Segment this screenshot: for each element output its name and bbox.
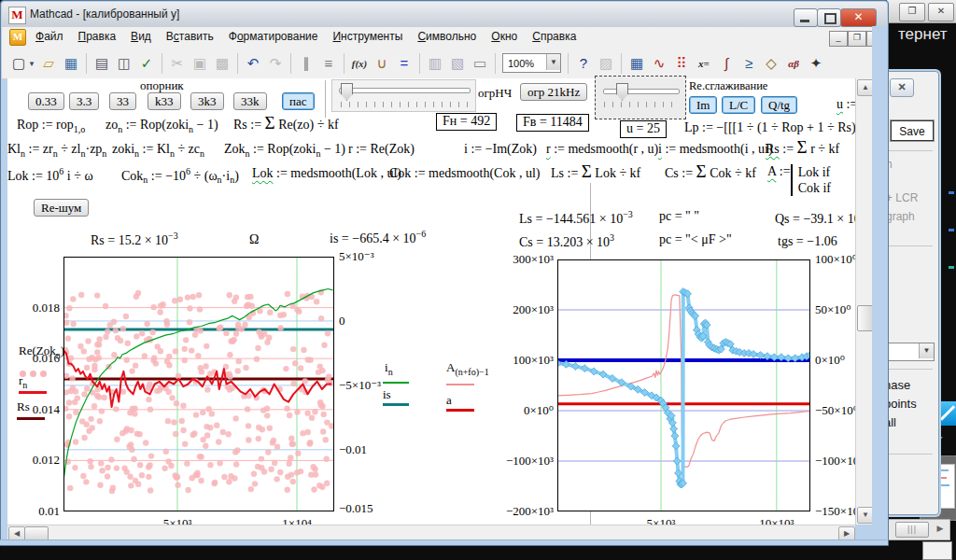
resize-arrows-icon[interactable]	[936, 401, 956, 426]
print-icon[interactable]: ▤	[91, 53, 112, 74]
menu-item-вид[interactable]: Вид	[123, 27, 159, 46]
child-minimize-button[interactable]: _	[829, 31, 848, 47]
toolbar: ▢▾▱▦▤◫✓✂▣▩↶↷∥≡f(x)∪=▥▧▭100%▼?▨▦∿⠿x=∫≥◇αβ…	[2, 48, 873, 79]
menu-item-форматирование[interactable]: Форматирование	[221, 27, 326, 46]
dialog-close-icon[interactable]: ✕	[890, 78, 914, 97]
minimize-button[interactable]	[794, 8, 818, 27]
greek-palette-icon[interactable]: αβ	[783, 53, 804, 74]
background-status-box	[922, 541, 952, 560]
toolbar-separator	[290, 53, 291, 74]
menu-item-символьно[interactable]: Символьно	[410, 27, 484, 46]
window-bottom-border	[0, 539, 887, 545]
dialog-muted-item: graph	[886, 210, 915, 223]
menu-item-инструменты[interactable]: Инструменты	[325, 27, 410, 46]
background-restore-icon[interactable]: ❐	[899, 3, 925, 21]
evaluation-palette-icon[interactable]: x=	[694, 53, 714, 74]
toolbar-separator	[419, 53, 420, 74]
align-across-icon[interactable]: ∥	[296, 53, 316, 74]
boolean-palette-icon[interactable]: ≥	[738, 53, 759, 74]
insert-unit-icon[interactable]: ∪	[372, 53, 392, 74]
zoom-dropdown-icon[interactable]: ▼	[546, 54, 560, 70]
toolbar-separator	[344, 53, 344, 74]
maximize-button[interactable]	[817, 8, 841, 27]
document-icon[interactable]: M	[9, 29, 26, 46]
toolbar-separator	[237, 53, 238, 74]
open-folder-icon[interactable]: ▱	[38, 53, 59, 74]
dialog-muted-item: + LCR	[886, 191, 918, 204]
programming-palette-icon[interactable]: ◇	[761, 53, 781, 74]
edge-marker	[949, 266, 954, 269]
align-down-icon[interactable]: ≡	[318, 53, 339, 74]
new-dropdown-icon[interactable]: ▾	[27, 53, 36, 74]
copy-icon[interactable]: ▣	[190, 53, 210, 74]
menu-item-правка[interactable]: Правка	[71, 27, 124, 46]
graph-palette-icon[interactable]: ∿	[649, 53, 669, 74]
help-icon[interactable]: ?	[573, 53, 594, 74]
background-horizontal-scrollbar[interactable]: ||| ▶	[881, 519, 950, 540]
background-close-icon[interactable]: ✕	[928, 3, 954, 21]
menubar: M ФайлПравкаВидВставитьФорматированиеИнс…	[2, 27, 873, 49]
paste-icon[interactable]: ▩	[212, 53, 232, 74]
redo-icon[interactable]: ↷	[265, 53, 286, 74]
paste-special-icon[interactable]: ▨	[596, 53, 616, 74]
toolbar-separator	[86, 53, 87, 74]
toolbar-separator	[162, 53, 162, 74]
calculator-palette-icon[interactable]: ▦	[626, 53, 647, 74]
component-icon[interactable]: ▥	[425, 53, 445, 74]
edge-marker	[949, 229, 954, 231]
dialog-item-points[interactable]: points	[884, 397, 917, 411]
insert-function-icon[interactable]: f(x)	[349, 53, 370, 74]
print-preview-icon[interactable]: ◫	[114, 53, 134, 74]
menu-item-окно[interactable]: Окно	[484, 27, 525, 46]
undo-icon[interactable]: ↶	[243, 53, 263, 74]
matrix-palette-icon[interactable]: ⠿	[671, 53, 692, 74]
toolbar-separator	[495, 53, 496, 74]
symbolic-palette-icon[interactable]: ✦	[806, 53, 826, 74]
screen: ❐ ✕ тернет 1 ||| ▶ ✕ Save n+ LCRgraph ▼ …	[0, 0, 956, 560]
background-scroll-right-icon[interactable]: ▶	[933, 522, 948, 536]
worksheet[interactable]	[7, 78, 855, 525]
titlebar[interactable]: M Mathcad - [калиброванный у] ✕	[2, 2, 887, 28]
toolbar-separator	[568, 53, 569, 74]
vertical-scrollbar[interactable]: ▲ ▼	[855, 78, 873, 525]
zoom-select[interactable]: 100%▼	[502, 53, 561, 73]
background-window-text: тернет	[898, 25, 948, 44]
dialog-dropdown[interactable]: ▼	[886, 343, 935, 361]
edge-marker	[949, 191, 954, 194]
save-icon[interactable]: ▦	[61, 53, 81, 74]
toolbar-separator	[621, 53, 622, 74]
calculus-palette-icon[interactable]: ∫	[716, 53, 737, 74]
menu-item-файл[interactable]: Файл	[28, 27, 71, 46]
spellcheck-icon[interactable]: ✓	[136, 53, 157, 74]
rectangle-icon[interactable]: ▭	[470, 53, 490, 74]
window-right-border	[872, 26, 887, 539]
evaluate-icon[interactable]: =	[394, 53, 415, 74]
menu-item-справка[interactable]: Справка	[525, 27, 583, 46]
dropdown-arrow-icon[interactable]: ▼	[919, 343, 934, 358]
window-title: Mathcad - [калиброванный у]	[30, 7, 179, 21]
menu-item-вставить[interactable]: Вставить	[159, 27, 221, 46]
background-scrollbar-thumb[interactable]: |||	[895, 522, 929, 538]
child-restore-button[interactable]: ❐	[848, 31, 866, 47]
dialog-save-button[interactable]: Save	[891, 120, 934, 141]
cut-icon[interactable]: ✂	[167, 53, 188, 74]
data-table-icon[interactable]: ▧	[447, 53, 468, 74]
new-icon[interactable]: ▢	[8, 53, 29, 74]
mathcad-logo-icon: M	[8, 7, 26, 24]
close-button[interactable]: ✕	[840, 8, 877, 27]
